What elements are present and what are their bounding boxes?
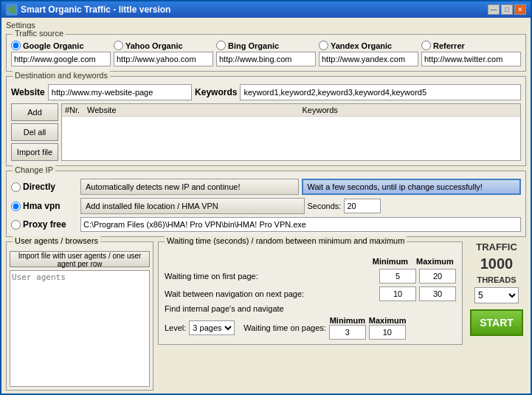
destination-group: Destination and keywords Website Keyword… bbox=[6, 76, 526, 166]
first-page-row: Waiting time on first page: bbox=[165, 269, 456, 284]
google-url-input[interactable] bbox=[11, 52, 111, 66]
google-option: Google Organic bbox=[11, 41, 111, 66]
waiting-on-pages-label: Waiting time on pages: bbox=[243, 323, 325, 332]
first-page-max-input[interactable] bbox=[419, 269, 456, 284]
traffic-source-title: Traffic source bbox=[13, 29, 66, 38]
seconds-input[interactable] bbox=[344, 199, 381, 213]
first-page-min-input[interactable] bbox=[379, 269, 416, 284]
hma-path-row: Proxy free bbox=[11, 217, 521, 232]
traffic-panel: TRAFFIC 1000 THREADS 5 START bbox=[467, 241, 526, 391]
col-website-header: Website bbox=[87, 106, 303, 114]
add-hma-button[interactable]: Add installed file location / HMA VPN bbox=[80, 198, 305, 214]
referrer-url-input[interactable] bbox=[421, 52, 521, 66]
yahoo-label: Yahoo Organic bbox=[125, 41, 183, 50]
proxy-free-radio[interactable] bbox=[11, 220, 21, 230]
seconds-label: Seconds: bbox=[308, 202, 342, 210]
referrer-option: Referrer bbox=[421, 41, 521, 66]
bing-radio[interactable] bbox=[216, 41, 226, 50]
minimum-header: Minimum bbox=[372, 257, 409, 266]
del-all-button[interactable]: Del all bbox=[11, 123, 58, 141]
find-internal-label: Find internal page's and navigate bbox=[165, 304, 456, 313]
pages-select[interactable]: 3 pages bbox=[189, 320, 235, 335]
add-button[interactable]: Add bbox=[11, 103, 58, 121]
referrer-radio-label[interactable]: Referrer bbox=[421, 41, 465, 50]
directly-radio[interactable] bbox=[11, 182, 21, 192]
minimize-button[interactable]: — bbox=[488, 4, 500, 15]
dest-buttons: Add Del all Import file bbox=[11, 103, 58, 161]
settings-label: Settings bbox=[6, 21, 526, 30]
change-ip-group: Change IP Directly Automatically detects… bbox=[6, 171, 526, 237]
proxy-free-radio-label[interactable]: Proxy free bbox=[11, 219, 77, 230]
proxy-free-spacer: Proxy free bbox=[11, 219, 77, 230]
close-button[interactable]: ✕ bbox=[514, 4, 526, 15]
hma-radio[interactable] bbox=[11, 202, 21, 211]
wait-seconds-button[interactable]: Wait a few seconds, until ip change succ… bbox=[302, 179, 522, 195]
auto-detect-button[interactable]: Automatically detects new IP and continu… bbox=[80, 179, 299, 195]
content-area: Settings Traffic source Google Organic Y… bbox=[1, 18, 531, 394]
traffic-value: 1000 bbox=[480, 255, 514, 272]
directly-row: Directly Automatically detects new IP an… bbox=[11, 179, 521, 195]
bing-label: Bing Organic bbox=[228, 41, 279, 50]
bottom-section: User agents / browsers Import file with … bbox=[6, 241, 526, 391]
traffic-source-row: Google Organic Yahoo Organic Bing Organi… bbox=[11, 38, 521, 66]
yahoo-radio[interactable] bbox=[114, 41, 123, 50]
start-button[interactable]: START bbox=[470, 309, 523, 336]
destination-title: Destination and keywords bbox=[13, 71, 110, 80]
referrer-label: Referrer bbox=[433, 41, 465, 50]
keywords-input[interactable] bbox=[240, 84, 521, 100]
hma-path-input[interactable] bbox=[80, 217, 521, 232]
col-nr-header: #Nr. bbox=[65, 106, 87, 114]
yandex-label: Yandex Organic bbox=[331, 41, 392, 50]
table-header: #Nr. Website Keywords bbox=[62, 104, 520, 117]
user-agents-textarea[interactable] bbox=[10, 270, 150, 387]
bing-radio-label[interactable]: Bing Organic bbox=[216, 41, 279, 50]
proxy-free-label: Proxy free bbox=[23, 219, 66, 230]
maximize-button[interactable]: □ bbox=[501, 4, 513, 15]
change-ip-title: Change IP bbox=[13, 165, 55, 174]
pages-max-input[interactable] bbox=[369, 325, 406, 340]
yandex-url-input[interactable] bbox=[319, 52, 418, 66]
waiting-header: Minimum Maximum bbox=[165, 253, 456, 266]
website-input[interactable] bbox=[48, 84, 192, 100]
yandex-radio-label[interactable]: Yandex Organic bbox=[319, 41, 392, 50]
first-page-label: Waiting time on first page: bbox=[165, 272, 376, 281]
traffic-source-group: Traffic source Google Organic Yahoo Orga… bbox=[6, 34, 526, 72]
threads-label: THREADS bbox=[477, 275, 516, 284]
dest-table-area: Add Del all Import file #Nr. Website Key… bbox=[11, 103, 521, 161]
yahoo-url-input[interactable] bbox=[114, 52, 213, 66]
hma-radio-label[interactable]: Hma vpn bbox=[11, 201, 77, 211]
yahoo-radio-label[interactable]: Yahoo Organic bbox=[114, 41, 183, 50]
pages-minimum-header: Minimum bbox=[329, 316, 366, 325]
user-agents-title: User agents / browsers bbox=[13, 236, 100, 245]
nav-min-input[interactable] bbox=[379, 286, 416, 301]
nav-max-input[interactable] bbox=[419, 286, 456, 301]
threads-select[interactable]: 5 bbox=[474, 287, 519, 303]
title-bar: 🌿 Smart Organic Traffic - little version… bbox=[1, 1, 531, 18]
traffic-label: TRAFFIC bbox=[476, 241, 517, 253]
pages-maximum-header: Maximum bbox=[369, 316, 406, 325]
google-radio-label[interactable]: Google Organic bbox=[11, 41, 84, 50]
user-agents-group: User agents / browsers Import file with … bbox=[6, 241, 153, 391]
waiting-time-group: Waiting time (seconds) / random between … bbox=[158, 241, 463, 345]
maximum-header: Maximum bbox=[416, 257, 453, 266]
yandex-radio[interactable] bbox=[319, 41, 328, 50]
import-agents-button[interactable]: Import file with user agents / one user … bbox=[10, 251, 150, 267]
internal-row: Level: 3 pages Waiting time on pages: Mi… bbox=[165, 316, 456, 340]
nav-label: Wait between navigation on next page: bbox=[165, 289, 376, 298]
level-label: Level: bbox=[165, 323, 186, 332]
waiting-time-title: Waiting time (seconds) / random between … bbox=[165, 236, 407, 245]
app-icon: 🌿 bbox=[6, 4, 18, 16]
directly-radio-label[interactable]: Directly bbox=[11, 182, 77, 192]
google-label: Google Organic bbox=[23, 41, 84, 50]
bing-url-input[interactable] bbox=[216, 52, 316, 66]
window-title: Smart Organic Traffic - little version bbox=[21, 4, 170, 15]
window-controls: — □ ✕ bbox=[488, 4, 526, 15]
import-file-button[interactable]: Import file bbox=[11, 143, 58, 161]
bing-option: Bing Organic bbox=[216, 41, 316, 66]
referrer-radio[interactable] bbox=[421, 41, 431, 50]
google-radio[interactable] bbox=[11, 41, 21, 50]
directly-label: Directly bbox=[23, 182, 55, 192]
change-ip-content: Directly Automatically detects new IP an… bbox=[11, 174, 521, 232]
pages-min-input[interactable] bbox=[329, 325, 366, 340]
keywords-table: #Nr. Website Keywords bbox=[61, 103, 521, 161]
